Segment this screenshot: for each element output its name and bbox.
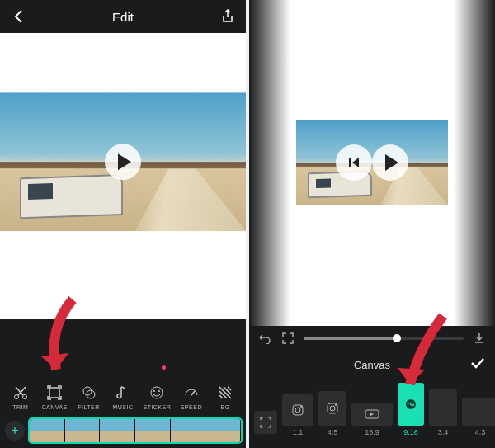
play-button[interactable] [372, 144, 408, 181]
tool-music[interactable]: MUSIC [106, 384, 139, 410]
play-button[interactable] [105, 144, 141, 180]
svg-point-6 [153, 390, 155, 392]
tool-bg[interactable]: BG [209, 384, 243, 410]
panel-header: Canvas [249, 351, 495, 376]
svg-point-11 [300, 406, 302, 408]
ratio-3-4[interactable]: 3:4 [429, 389, 457, 436]
music-icon [114, 384, 132, 402]
aspect-ratio-row: 1:1 4:5 16:9 9:16 3:4 4:3 [249, 376, 495, 448]
share-button[interactable] [219, 8, 236, 25]
canvas-icon [45, 384, 64, 402]
svg-point-5 [151, 387, 163, 398]
ratio-9-16[interactable]: 9:16 [398, 383, 424, 436]
timeline-row: + [0, 413, 246, 448]
canvas-screen: Canvas 1:1 4:5 16:9 [248, 0, 495, 448]
edit-screen: Edit TRIM CANVAS FILTER [0, 0, 248, 448]
svg-point-4 [87, 390, 95, 398]
svg-point-1 [22, 395, 26, 399]
notification-dot [162, 365, 166, 370]
panel-title: Canvas [354, 359, 390, 371]
tool-canvas[interactable]: CANVAS [37, 384, 71, 410]
bottom-toolbar: TRIM CANVAS FILTER MUSIC STICKER [0, 377, 246, 413]
confirm-button[interactable] [470, 357, 485, 371]
video-frame [0, 92, 246, 231]
previous-button[interactable] [336, 144, 372, 181]
tool-filter[interactable]: FILTER [72, 384, 106, 410]
svg-point-0 [14, 395, 18, 399]
back-button[interactable] [10, 8, 26, 25]
tool-sticker[interactable]: STICKER [140, 384, 174, 410]
ratio-16-9[interactable]: 16:9 [351, 403, 393, 436]
svg-point-10 [295, 408, 300, 413]
video-preview [249, 0, 495, 326]
svg-rect-2 [50, 388, 59, 398]
expand-icon[interactable] [280, 331, 295, 346]
svg-point-14 [335, 404, 337, 406]
bg-icon [216, 384, 234, 402]
download-icon[interactable] [472, 331, 487, 346]
ratio-fit[interactable] [254, 411, 277, 436]
topbar: Edit [0, 0, 246, 33]
timeline[interactable] [30, 419, 241, 442]
progress-bar[interactable] [304, 337, 464, 340]
scissors-icon [12, 384, 30, 402]
tool-trim[interactable]: TRIM [3, 384, 37, 410]
svg-point-7 [158, 390, 160, 392]
tool-speed[interactable]: SPEED [174, 384, 208, 410]
ratio-4-3[interactable]: 4:3 [462, 398, 495, 436]
playback-controls [249, 326, 495, 351]
svg-rect-8 [349, 158, 351, 167]
filter-icon [80, 384, 98, 402]
ratio-1-1[interactable]: 1:1 [282, 394, 314, 436]
ratio-4-5[interactable]: 4:5 [318, 391, 346, 436]
video-preview [0, 33, 246, 319]
svg-point-13 [330, 406, 335, 411]
canvas-9-16-frame [296, 0, 449, 326]
undo-icon[interactable] [257, 331, 272, 346]
speed-icon [182, 384, 200, 402]
add-clip-button[interactable]: + [5, 421, 25, 441]
progress-thumb[interactable] [393, 334, 401, 342]
sticker-icon [148, 384, 166, 402]
page-title: Edit [112, 10, 134, 24]
svg-point-3 [83, 387, 92, 395]
